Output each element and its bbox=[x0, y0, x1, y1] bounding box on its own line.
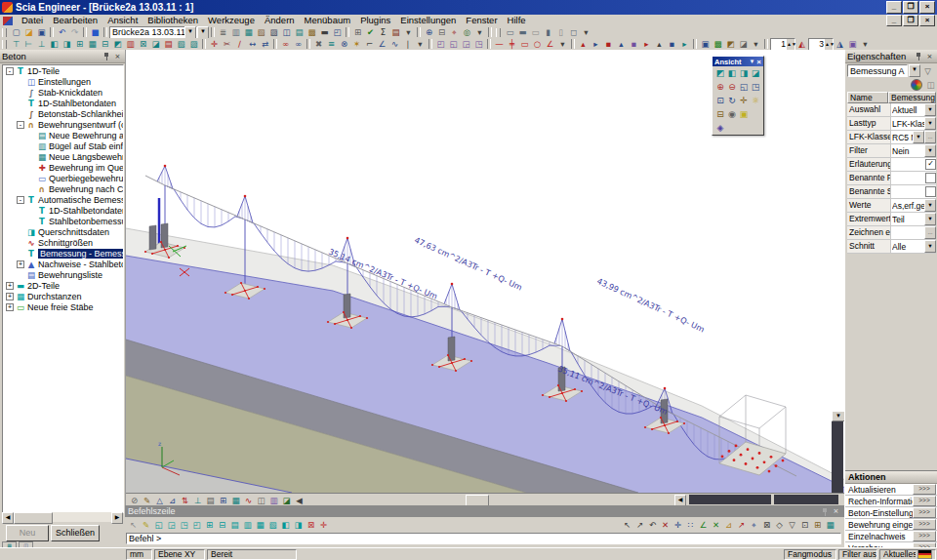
numbers-toggle-icon[interactable]: ⊞ bbox=[217, 495, 229, 505]
snap-edge-icon[interactable]: ▦ bbox=[254, 520, 266, 531]
layers-icon[interactable]: ≣ bbox=[217, 27, 229, 38]
property-value[interactable]: Teil▼ bbox=[891, 213, 936, 225]
aktion-execute-button[interactable]: >>> bbox=[913, 496, 936, 506]
view-xz-icon[interactable]: ◧ bbox=[726, 67, 738, 79]
checkbox-unchecked-icon[interactable] bbox=[925, 186, 936, 197]
property-row[interactable]: AuswahlAktuell▼ bbox=[847, 103, 936, 117]
tree-expander-icon[interactable]: - bbox=[17, 196, 24, 204]
select-add-icon[interactable]: ↗ bbox=[633, 520, 646, 531]
zoom-window-icon[interactable]: ◱ bbox=[738, 81, 750, 93]
dropdown-icon[interactable]: ▼ bbox=[924, 144, 936, 157]
select-cursor-icon[interactable]: ↖ bbox=[127, 520, 140, 531]
menu-item-2[interactable]: Bearbeiten bbox=[48, 15, 102, 26]
load-tool-icon[interactable]: ▤ bbox=[162, 39, 175, 50]
property-value[interactable]: ✓ bbox=[891, 158, 936, 171]
scroll-right-icon[interactable]: ▶ bbox=[111, 512, 123, 524]
property-value[interactable] bbox=[891, 172, 936, 184]
viewport-vscrollbar[interactable]: ▼ bbox=[832, 411, 843, 493]
sections-toggle-icon[interactable]: ◫ bbox=[255, 495, 267, 505]
redo-icon[interactable]: ↷ bbox=[68, 27, 81, 38]
tree-item[interactable]: ◨Querschnittsdaten bbox=[3, 226, 123, 237]
snap-ortho-icon[interactable]: ⊠ bbox=[305, 520, 317, 531]
beam-number-spinner[interactable]: 1▲▼ bbox=[770, 38, 795, 50]
curve-icon[interactable]: ∿ bbox=[388, 39, 401, 50]
gallery-icon[interactable]: ▦ bbox=[242, 27, 255, 38]
property-row[interactable]: SchnittAlle▼ bbox=[847, 240, 936, 254]
grayscale-icon[interactable]: ◫ bbox=[924, 79, 937, 90]
tree-item[interactable]: ∿Schnittgrößen bbox=[3, 237, 123, 248]
tree-item[interactable]: T1D-Stahlbetondaten bbox=[3, 205, 123, 216]
anchor-5-icon[interactable]: ▪ bbox=[628, 39, 640, 50]
pin-view-icon[interactable]: ⌖ bbox=[448, 27, 461, 38]
more-options-icon[interactable]: ▾ bbox=[859, 39, 872, 50]
tree-item[interactable]: ▤Neue Bewehrung auf Stab bbox=[3, 130, 123, 140]
palette-menu-icon[interactable]: ▼ bbox=[749, 59, 754, 64]
zoom-in-icon[interactable]: ⊕ bbox=[714, 81, 726, 93]
minimize-button[interactable]: _ bbox=[886, 1, 902, 14]
pin-icon[interactable] bbox=[820, 506, 831, 516]
support-tool-icon[interactable]: ⊠ bbox=[137, 39, 149, 50]
close-panel-icon[interactable]: × bbox=[924, 52, 935, 61]
tree-item[interactable]: ∫Betonstab-Schlankheit bbox=[3, 108, 123, 119]
wireframe-view-icon[interactable]: ▭ bbox=[504, 27, 516, 38]
close-panel-icon[interactable]: × bbox=[112, 52, 123, 61]
zoom-selection-icon[interactable]: ⊡ bbox=[714, 95, 726, 106]
snap-line-icon[interactable]: ∠ bbox=[697, 520, 710, 531]
hidden-line-icon[interactable]: ▭ bbox=[529, 27, 542, 38]
close-button[interactable]: × bbox=[919, 1, 935, 14]
select-lock-icon[interactable]: ⊡ bbox=[798, 520, 811, 531]
results-toggle-icon[interactable]: ∿ bbox=[242, 495, 255, 505]
project-combo[interactable]: Brücke2a 13.03.11▼ bbox=[109, 26, 197, 38]
tree-item[interactable]: -TAutomatische Bemessung bbox=[3, 194, 123, 205]
polyline-icon[interactable]: ∠ bbox=[376, 39, 388, 50]
anchor-8-icon[interactable]: ▪ bbox=[666, 39, 678, 50]
menu-item-11[interactable]: Hilfe bbox=[503, 15, 531, 26]
zoom-all-icon[interactable]: ◳ bbox=[750, 81, 761, 93]
tree-item[interactable]: ▤Bewehrungsliste bbox=[3, 269, 123, 280]
print-icon[interactable]: ▬ bbox=[318, 27, 331, 38]
tree-item[interactable]: ▥Bügel auf Stab einfügen bbox=[3, 140, 123, 151]
snap-midpoint-icon[interactable]: ◲ bbox=[165, 520, 178, 531]
anchor-9-icon[interactable]: ▸ bbox=[678, 39, 691, 50]
tree-expander-icon[interactable]: + bbox=[17, 260, 24, 268]
solid-view-icon[interactable]: ▮ bbox=[542, 27, 554, 38]
history-dropdown-icon[interactable]: ▼ bbox=[197, 26, 209, 38]
angle-draw-icon[interactable]: ∠ bbox=[544, 39, 556, 50]
snap-perpendicular-icon[interactable]: ⊟ bbox=[216, 520, 228, 531]
aktion-row[interactable]: Bewehrung eingeben>>> bbox=[845, 519, 937, 531]
box-select-icon[interactable]: ▣ bbox=[846, 39, 859, 50]
edit-pen-icon[interactable]: ✎ bbox=[140, 520, 152, 531]
tree-item[interactable]: ▦Neue Längsbewehrung auf bbox=[3, 151, 123, 162]
anchor-1-icon[interactable]: ▴ bbox=[577, 39, 590, 50]
coords-input-icon[interactable]: ⌖ bbox=[748, 520, 760, 531]
image-icon[interactable]: ▩ bbox=[306, 27, 318, 38]
menu-item-10[interactable]: Fenster bbox=[461, 15, 502, 26]
activity-window-4-icon[interactable]: ◳ bbox=[472, 39, 485, 50]
display-options-icon[interactable]: ◪ bbox=[737, 39, 750, 50]
property-row[interactable]: Benannte Sc... bbox=[847, 185, 936, 199]
status-snapmode[interactable]: Fangmodus bbox=[784, 549, 836, 560]
view-axo-icon[interactable]: ◩ bbox=[714, 67, 726, 79]
params-toggle-icon[interactable]: ▥ bbox=[267, 495, 280, 505]
tree-item[interactable]: ▭Querbiegebewehrung einfü bbox=[3, 173, 123, 183]
menu-item-1[interactable]: Datei bbox=[17, 15, 48, 26]
snap-raster-icon[interactable]: ∷ bbox=[684, 520, 697, 531]
copy-picture-icon[interactable]: ▥ bbox=[229, 27, 242, 38]
workplane-icon[interactable]: ⊞ bbox=[811, 520, 824, 531]
grid-header-name[interactable]: Name bbox=[847, 92, 888, 103]
shaded-view-icon[interactable]: ▬ bbox=[516, 27, 529, 38]
menu-item-3[interactable]: Ansicht bbox=[102, 15, 143, 26]
labels-toggle-icon[interactable]: ▤ bbox=[204, 495, 217, 505]
document-icon[interactable] bbox=[3, 17, 13, 25]
zoom-out-icon[interactable]: ⊖ bbox=[726, 81, 738, 93]
pin-icon[interactable] bbox=[914, 52, 924, 61]
aktion-execute-button[interactable]: >>> bbox=[913, 531, 936, 541]
filter-check-icon[interactable]: ▽ bbox=[921, 65, 934, 76]
select-poly-icon[interactable]: ◇ bbox=[773, 520, 786, 531]
model-toggle-icon[interactable]: ▦ bbox=[229, 495, 242, 505]
activity-window-1-icon[interactable]: ◰ bbox=[434, 39, 447, 50]
tree-item[interactable]: ✚Bewehrung im Querschnitt bbox=[3, 162, 123, 173]
trim-icon[interactable]: ∕ bbox=[233, 39, 246, 50]
menu-item-6[interactable]: Ändern bbox=[260, 15, 300, 26]
clipboard-icon[interactable]: ⊟ bbox=[435, 27, 448, 38]
